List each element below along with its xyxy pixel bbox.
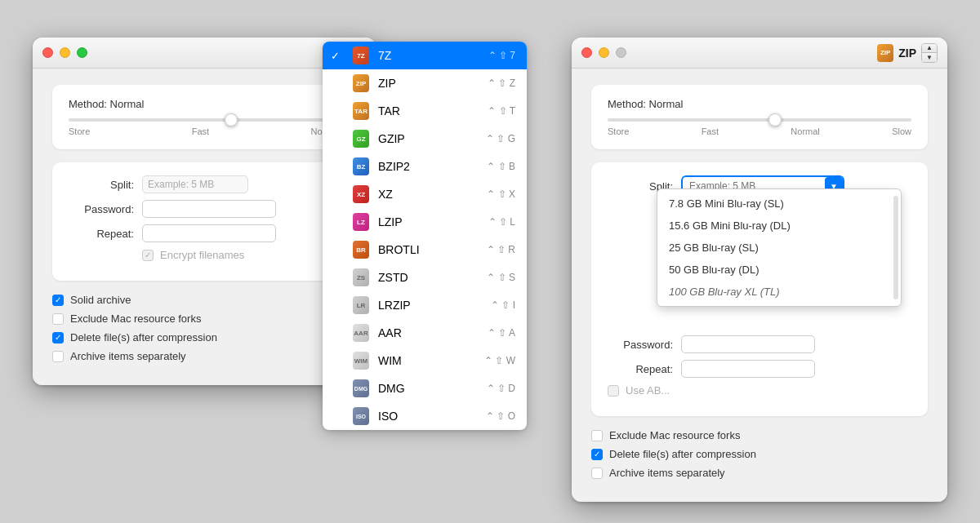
left-solid-checkbox[interactable]	[52, 295, 64, 306]
right-method-label: Method: Normal	[608, 98, 911, 110]
close-button[interactable]	[42, 47, 53, 58]
icon-container-zstd: ZS	[352, 268, 370, 286]
split-option-2[interactable]: 15.6 GB Mini Blu-ray (DL)	[657, 215, 901, 237]
split-options-dropdown[interactable]: 7.8 GB Mini Blu-ray (SL) 15.6 GB Mini Bl…	[657, 188, 902, 307]
left-split-placeholder: Example: 5 MB	[148, 179, 214, 190]
left-exclude-row: Exclude Mac resource forks	[52, 312, 356, 325]
icon-container-aar: AAR	[352, 324, 370, 342]
left-encrypt-checkbox[interactable]: ✓	[142, 250, 154, 261]
left-repeat-input[interactable]	[142, 224, 276, 242]
left-form-section: Split: Example: 5 MB Password: Repeat: ✓	[52, 162, 356, 281]
dmg-icon: DMG	[353, 379, 369, 397]
dropdown-label-lzip: LZIP	[378, 215, 480, 228]
left-method-section: Method: Normal Store Fast Normal	[52, 85, 356, 149]
right-minimize-button[interactable]	[599, 47, 609, 58]
dropdown-item-xz[interactable]: XZ XZ ⌃ ⇧ X	[323, 180, 527, 208]
right-archive-sep-checkbox[interactable]	[591, 468, 603, 479]
split-option-4[interactable]: 50 GB Blu-ray (DL)	[657, 259, 901, 281]
left-slider-thumb[interactable]	[225, 113, 238, 126]
right-method-section: Method: Normal Store Fast Normal Slow	[591, 85, 928, 149]
left-exclude-label: Exclude Mac resource forks	[70, 312, 201, 325]
split-option-1[interactable]: 7.8 GB Mini Blu-ray (SL)	[657, 193, 901, 215]
dropdown-label-aar: AAR	[378, 326, 479, 339]
dropdown-label-lrzip: LRZIP	[378, 299, 483, 312]
right-use-abi-checkbox[interactable]	[608, 385, 619, 397]
dropdown-item-iso[interactable]: ISO ISO ⌃ ⇧ O	[323, 402, 527, 430]
right-format-icon: ZIP	[877, 44, 893, 62]
dropdown-item-aar[interactable]: AAR AAR ⌃ ⇧ A	[323, 319, 527, 347]
right-password-row: Password:	[608, 335, 911, 353]
left-delete-row: Delete file(s) after compression	[52, 331, 356, 343]
shortcut-zip: ⌃ ⇧ Z	[488, 78, 515, 89]
right-repeat-input[interactable]	[681, 360, 815, 378]
left-encrypt-label: Encrypt filenames	[160, 249, 244, 261]
zip-icon: ZIP	[353, 74, 369, 92]
left-password-row: Password:	[69, 200, 340, 218]
right-form-section: Split: ▼ 7.8 GB Mini Blu-ray (SL) 15.6 G…	[591, 162, 928, 416]
stepper-down-button[interactable]: ▼	[922, 53, 937, 62]
minimize-button[interactable]	[60, 47, 70, 58]
left-delete-checkbox[interactable]	[52, 332, 64, 343]
right-titlebar: ZIP ZIP ▲ ▼	[572, 38, 947, 69]
dropdown-item-bzip2[interactable]: BZ BZIP2 ⌃ ⇧ B	[323, 153, 527, 180]
right-slider-track	[608, 118, 911, 122]
dropdown-label-brotli: BROTLI	[378, 243, 479, 256]
split-options-scrollbar[interactable]	[893, 196, 898, 299]
dropdown-item-wim[interactable]: WIM WIM ⌃ ⇧ W	[323, 347, 527, 375]
right-exclude-checkbox[interactable]	[591, 430, 603, 441]
dropdown-item-zstd[interactable]: ZS ZSTD ⌃ ⇧ S	[323, 264, 527, 291]
aar-icon: AAR	[353, 324, 369, 342]
dropdown-item-lzip[interactable]: LZ LZIP ⌃ ⇧ L	[323, 208, 527, 236]
lrzip-icon: LR	[353, 296, 369, 314]
format-dropdown[interactable]: ✓ 7Z 7Z ⌃ ⇧ 7 ZIP ZIP ⌃ ⇧ Z TAR TAR ⌃ ⇧ …	[323, 42, 527, 430]
right-zoom-button[interactable]	[616, 47, 626, 58]
right-close-button[interactable]	[581, 47, 592, 58]
right-delete-label: Delete file(s) after compression	[609, 448, 756, 460]
right-repeat-label: Repeat:	[608, 363, 673, 375]
icon-container-bzip2: BZ	[352, 157, 370, 175]
right-archive-sep-label: Archive items separately	[609, 467, 725, 479]
right-exclude-row: Exclude Mac resource forks	[591, 429, 928, 441]
right-slider-thumb[interactable]	[768, 113, 782, 126]
shortcut-gzip: ⌃ ⇧ G	[486, 133, 515, 144]
dropdown-item-7z[interactable]: ✓ 7Z 7Z ⌃ ⇧ 7	[323, 42, 527, 69]
split-option-5[interactable]: 100 GB Blu-ray XL (TL)	[657, 281, 901, 303]
left-archive-sep-label: Archive items separately	[70, 350, 186, 362]
dropdown-item-lrzip[interactable]: LR LRZIP ⌃ ⇧ I	[323, 291, 527, 319]
stepper-up-button[interactable]: ▲	[922, 44, 937, 53]
dropdown-item-zip[interactable]: ZIP ZIP ⌃ ⇧ Z	[323, 69, 527, 97]
dropdown-item-gzip[interactable]: GZ GZIP ⌃ ⇧ G	[323, 125, 527, 153]
right-slider-container[interactable]	[608, 118, 911, 122]
right-label-store: Store	[608, 126, 629, 136]
shortcut-dmg: ⌃ ⇧ D	[487, 383, 515, 394]
left-method-label: Method: Normal	[69, 98, 340, 110]
left-split-input[interactable]: Example: 5 MB	[142, 175, 248, 193]
right-label-normal: Normal	[791, 126, 819, 136]
dropdown-item-tar[interactable]: TAR TAR ⌃ ⇧ T	[323, 97, 527, 125]
left-slider-container[interactable]	[69, 118, 340, 122]
windows-container: Method: Normal Store Fast Normal Split:	[33, 38, 947, 502]
left-password-input[interactable]	[142, 200, 276, 218]
dropdown-item-brotli[interactable]: BR BROTLI ⌃ ⇧ R	[323, 236, 527, 264]
shortcut-lzip: ⌃ ⇧ L	[488, 216, 515, 228]
shortcut-iso: ⌃ ⇧ O	[486, 410, 515, 422]
left-delete-label: Delete file(s) after compression	[70, 331, 217, 343]
right-format-stepper[interactable]: ▲ ▼	[921, 43, 938, 63]
right-archive-sep-row: Archive items separately	[591, 467, 928, 479]
bzip2-icon: BZ	[353, 157, 369, 175]
right-password-input[interactable]	[681, 335, 815, 353]
left-exclude-checkbox[interactable]	[52, 313, 64, 325]
left-solid-label: Solid archive	[70, 294, 131, 306]
icon-container-gzip: GZ	[352, 130, 370, 148]
left-archive-sep-checkbox[interactable]	[52, 351, 64, 362]
zoom-button[interactable]	[77, 47, 87, 58]
right-delete-row: Delete file(s) after compression	[591, 448, 928, 460]
right-delete-checkbox[interactable]	[591, 449, 603, 460]
right-password-label: Password:	[608, 339, 673, 351]
split-option-3[interactable]: 25 GB Blu-ray (SL)	[657, 237, 901, 259]
left-solid-row: Solid archive	[52, 294, 356, 306]
left-password-label: Password:	[69, 203, 134, 215]
dropdown-item-dmg[interactable]: DMG DMG ⌃ ⇧ D	[323, 375, 527, 402]
right-label-slow: Slow	[892, 126, 911, 136]
left-split-row: Split: Example: 5 MB	[69, 175, 340, 193]
